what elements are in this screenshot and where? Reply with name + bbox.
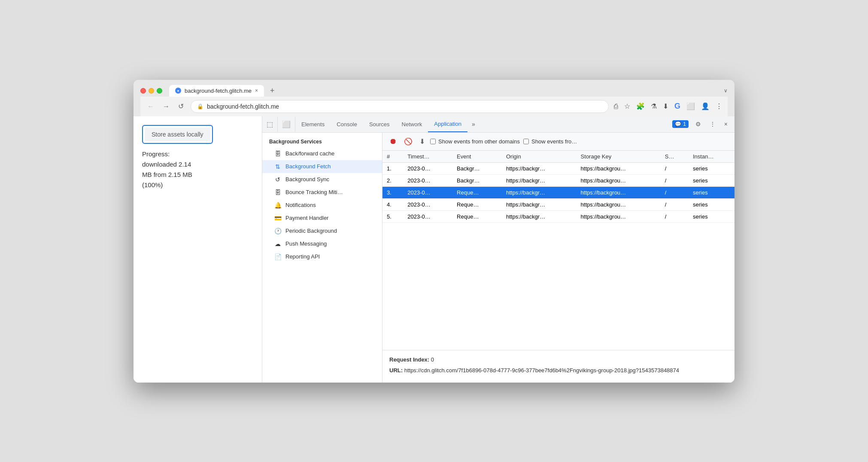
browser-window: ● background-fetch.glitch.me × + ∨ ← → ↺… <box>134 80 734 383</box>
devtools-close-icon[interactable]: × <box>721 118 731 130</box>
other-domains-input[interactable] <box>430 139 436 144</box>
table-row[interactable]: 2.2023-0…Backgr…https://backgr…https://b… <box>382 174 734 186</box>
table-cell: series <box>689 186 734 198</box>
address-bar[interactable]: 🔒 background-fetch.glitch.me <box>191 100 609 113</box>
sidebar-item-payment-handler[interactable]: 💳 Payment Handler <box>262 212 382 225</box>
bounce-tracking-icon: 🗄 <box>274 189 281 196</box>
progress-line3: MB from 2.15 MB <box>142 171 192 178</box>
table-cell: 3. <box>382 186 403 198</box>
table-cell: https://backgrou… <box>577 174 661 186</box>
clear-button[interactable]: 🚫 <box>402 136 414 147</box>
table-cell: 2023-0… <box>403 174 452 186</box>
table-cell: https://backgrou… <box>577 210 661 222</box>
tab-sources[interactable]: Sources <box>363 117 396 132</box>
record-button[interactable]: ⏺ <box>388 135 399 148</box>
devtools-pointer-icon[interactable]: ⬚ <box>262 117 278 132</box>
split-view-icon[interactable]: ⬜ <box>686 102 695 110</box>
progress-line2: downloaded 2.14 <box>142 161 191 168</box>
extensions-icon[interactable]: 🧩 <box>636 102 645 110</box>
tab-row: ● background-fetch.glitch.me × + ∨ <box>140 85 728 97</box>
share-icon[interactable]: ⎙ <box>614 103 618 110</box>
table-cell: / <box>661 198 689 210</box>
table-cell: 2. <box>382 174 403 186</box>
active-tab[interactable]: ● background-fetch.glitch.me × <box>169 85 264 97</box>
sidebar-item-label: Back/forward cache <box>285 150 334 157</box>
table-row[interactable]: 1.2023-0…Backgr…https://backgr…https://b… <box>382 162 734 174</box>
table-cell: 2023-0… <box>403 198 452 210</box>
table-cell: / <box>661 186 689 198</box>
devtools-responsive-icon[interactable]: ⬜ <box>278 117 295 132</box>
address-text: background-fetch.glitch.me <box>207 103 279 110</box>
table-cell: Backgr… <box>452 162 502 174</box>
table-row[interactable]: 5.2023-0…Reque…https://backgr…https://ba… <box>382 210 734 222</box>
devtools-more-icon[interactable]: ⋮ <box>706 118 719 130</box>
col-origin: Origin <box>502 151 577 163</box>
sidebar-item-push-messaging[interactable]: ☁ Push Messaging <box>262 237 382 250</box>
table-cell: Backgr… <box>452 174 502 186</box>
table-row[interactable]: 4.2023-0…Reque…https://backgr…https://ba… <box>382 198 734 210</box>
url-label: URL: <box>389 367 404 374</box>
badge-icon: 💬 <box>675 121 681 127</box>
chrome-menu-icon[interactable]: ⋮ <box>716 102 722 110</box>
col-s: S… <box>661 151 689 163</box>
table-cell: series <box>689 162 734 174</box>
sidebar-item-reporting-api[interactable]: 📄 Reporting API <box>262 250 382 263</box>
request-index-line: Request Index: 0 <box>389 356 728 364</box>
devtools-icon[interactable]: ⚗ <box>651 102 657 110</box>
sidebar-item-periodic-background[interactable]: 🕐 Periodic Background <box>262 225 382 237</box>
settings-icon[interactable]: ⚙ <box>692 118 704 130</box>
tab-console[interactable]: Console <box>331 117 363 132</box>
google-icon[interactable]: G <box>674 102 680 111</box>
download-events-button[interactable]: ⬇ <box>418 136 427 147</box>
payment-handler-icon: 💳 <box>274 215 281 222</box>
tab-close-button[interactable]: × <box>255 88 258 94</box>
table-cell: Reque… <box>452 198 502 210</box>
profile-icon[interactable]: 👤 <box>701 102 710 110</box>
progress-text: Progress: downloaded 2.14 MB from 2.15 M… <box>142 149 253 190</box>
title-bar: ● background-fetch.glitch.me × + ∨ ← → ↺… <box>134 80 734 116</box>
push-messaging-icon: ☁ <box>274 240 281 247</box>
bookmark-icon[interactable]: ☆ <box>624 102 630 110</box>
back-button[interactable]: ← <box>146 101 156 112</box>
tab-menu-button[interactable]: ∨ <box>724 88 728 94</box>
sidebar-item-label: Payment Handler <box>285 215 328 221</box>
reload-button[interactable]: ↺ <box>176 100 185 112</box>
devtools-tabs-bar: ⬚ ⬜ Elements Console Sources Network App… <box>262 116 734 133</box>
progress-line1: Progress: <box>142 150 170 158</box>
tab-elements[interactable]: Elements <box>295 117 331 132</box>
sidebar-item-label: Bounce Tracking Miti… <box>285 189 343 195</box>
forward-button[interactable]: → <box>161 101 171 112</box>
background-fetch-icon: ⇅ <box>274 163 281 170</box>
more-tabs-button[interactable]: » <box>467 117 480 131</box>
table-cell: series <box>689 174 734 186</box>
table-cell: https://backgrou… <box>577 186 661 198</box>
fullscreen-traffic-light[interactable] <box>157 88 162 94</box>
table-cell: https://backgr… <box>502 198 577 210</box>
tab-network[interactable]: Network <box>396 117 428 132</box>
sidebar-item-notifications[interactable]: 🔔 Notifications <box>262 199 382 212</box>
table-cell: https://backgr… <box>502 186 577 198</box>
sidebar-item-backforward[interactable]: 🗄 Back/forward cache <box>262 147 382 160</box>
store-button-wrapper: Store assets locally <box>142 125 213 144</box>
background-sync-icon: ↺ <box>274 176 281 183</box>
console-badge[interactable]: 💬 1 <box>672 120 689 128</box>
sidebar-item-background-fetch[interactable]: ⇅ Background Fetch <box>262 160 382 173</box>
devtools-sidebar: Background Services 🗄 Back/forward cache… <box>262 133 382 383</box>
table-cell: https://backgrou… <box>577 198 661 210</box>
show-events-fro-checkbox[interactable]: Show events fro… <box>523 138 577 145</box>
store-assets-button[interactable]: Store assets locally <box>145 128 210 141</box>
events-fro-input[interactable] <box>523 139 529 144</box>
events-table-container: # Timest… Event Origin Storage Key S… In… <box>382 151 734 350</box>
minimize-traffic-light[interactable] <box>149 88 154 94</box>
close-traffic-light[interactable] <box>140 88 146 94</box>
table-cell: 2023-0… <box>403 162 452 174</box>
url-value: https://cdn.glitch.com/7f1b6896-078d-477… <box>404 367 679 374</box>
show-other-domains-checkbox[interactable]: Show events from other domains <box>430 138 520 145</box>
sidebar-item-background-sync[interactable]: ↺ Background Sync <box>262 173 382 186</box>
sidebar-item-bounce-tracking[interactable]: 🗄 Bounce Tracking Miti… <box>262 186 382 199</box>
download-icon[interactable]: ⬇ <box>663 102 668 110</box>
new-tab-button[interactable]: + <box>267 85 277 96</box>
table-row[interactable]: 3.2023-0…Reque…https://backgr…https://ba… <box>382 186 734 198</box>
request-index-label: Request Index: <box>389 356 431 363</box>
tab-application[interactable]: Application <box>428 116 467 132</box>
